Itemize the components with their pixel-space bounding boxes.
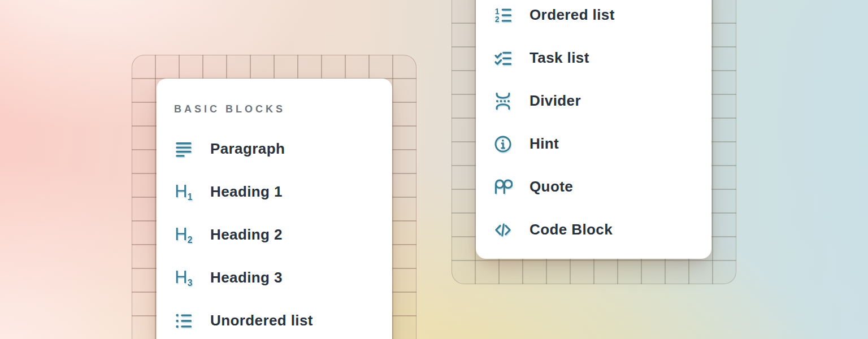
menu-item-task-list[interactable]: Task list [476, 37, 711, 80]
menu-item-paragraph[interactable]: Paragraph [157, 128, 392, 171]
more-blocks-panel: 12 Ordered list Task list Divider Hint Q… [476, 0, 711, 259]
menu-item-unordered-list[interactable]: Unordered list [157, 299, 392, 339]
paragraph-icon [174, 140, 193, 159]
menu-item-heading-2[interactable]: H2 Heading 2 [157, 214, 392, 257]
menu-item-code-block[interactable]: Code Block [476, 208, 711, 251]
menu-item-heading-1[interactable]: H1 Heading 1 [157, 171, 392, 214]
heading-1-icon: H1 [174, 182, 193, 202]
menu-item-ordered-list[interactable]: 12 Ordered list [476, 0, 711, 37]
ordered-list-icon: 12 [493, 6, 513, 25]
hint-icon [493, 134, 513, 154]
task-list-icon [493, 49, 513, 68]
divider-icon [493, 92, 513, 111]
quote-icon [493, 177, 513, 197]
menu-item-quote[interactable]: Quote [476, 166, 711, 208]
more-blocks-menu: 12 Ordered list Task list Divider Hint Q… [476, 0, 711, 251]
basic-blocks-panel: BASIC BLOCKS Paragraph H1 Heading 1 H2 H… [157, 79, 392, 339]
svg-text:2: 2 [495, 15, 500, 24]
menu-item-heading-3[interactable]: H3 Heading 3 [157, 257, 392, 299]
heading-2-icon: H2 [174, 225, 193, 245]
menu-item-divider[interactable]: Divider [476, 80, 711, 123]
unordered-list-icon [174, 311, 193, 331]
code-block-icon [493, 220, 513, 240]
menu-item-hint[interactable]: Hint [476, 123, 711, 166]
basic-blocks-menu: Paragraph H1 Heading 1 H2 Heading 2 H3 H… [157, 128, 392, 339]
heading-3-icon: H3 [174, 268, 193, 288]
section-label: BASIC BLOCKS [174, 103, 392, 115]
background: BASIC BLOCKS Paragraph H1 Heading 1 H2 H… [0, 0, 868, 339]
